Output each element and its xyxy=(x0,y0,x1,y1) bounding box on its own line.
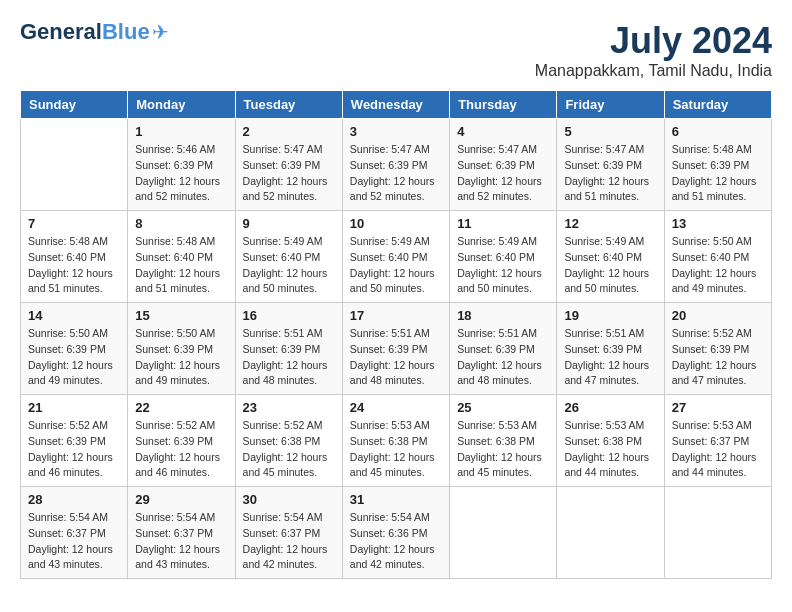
sunrise: Sunrise: 5:52 AM xyxy=(672,327,752,339)
header-wednesday: Wednesday xyxy=(342,91,449,119)
day-number: 16 xyxy=(243,308,335,323)
day-number: 7 xyxy=(28,216,120,231)
calendar-week-row: 1 Sunrise: 5:46 AM Sunset: 6:39 PM Dayli… xyxy=(21,119,772,211)
table-row: 19 Sunrise: 5:51 AM Sunset: 6:39 PM Dayl… xyxy=(557,303,664,395)
daylight: Daylight: 12 hours and 52 minutes. xyxy=(350,175,435,203)
sunset: Sunset: 6:39 PM xyxy=(135,159,213,171)
day-number: 15 xyxy=(135,308,227,323)
daylight: Daylight: 12 hours and 43 minutes. xyxy=(28,543,113,571)
daylight: Daylight: 12 hours and 51 minutes. xyxy=(28,267,113,295)
table-row: 9 Sunrise: 5:49 AM Sunset: 6:40 PM Dayli… xyxy=(235,211,342,303)
table-row: 28 Sunrise: 5:54 AM Sunset: 6:37 PM Dayl… xyxy=(21,487,128,579)
table-row: 4 Sunrise: 5:47 AM Sunset: 6:39 PM Dayli… xyxy=(450,119,557,211)
day-info: Sunrise: 5:54 AM Sunset: 6:37 PM Dayligh… xyxy=(28,510,120,573)
table-row xyxy=(664,487,771,579)
daylight: Daylight: 12 hours and 51 minutes. xyxy=(135,267,220,295)
sunset: Sunset: 6:39 PM xyxy=(350,343,428,355)
day-number: 31 xyxy=(350,492,442,507)
logo-bird-icon: ✈ xyxy=(152,20,169,44)
sunrise: Sunrise: 5:47 AM xyxy=(350,143,430,155)
page-header: GeneralBlue ✈ July 2024 Manappakkam, Tam… xyxy=(20,20,772,80)
daylight: Daylight: 12 hours and 44 minutes. xyxy=(564,451,649,479)
day-info: Sunrise: 5:53 AM Sunset: 6:38 PM Dayligh… xyxy=(457,418,549,481)
table-row: 12 Sunrise: 5:49 AM Sunset: 6:40 PM Dayl… xyxy=(557,211,664,303)
sunrise: Sunrise: 5:54 AM xyxy=(350,511,430,523)
sunset: Sunset: 6:39 PM xyxy=(457,159,535,171)
month-year: July 2024 xyxy=(535,20,772,62)
sunset: Sunset: 6:37 PM xyxy=(28,527,106,539)
daylight: Daylight: 12 hours and 45 minutes. xyxy=(457,451,542,479)
daylight: Daylight: 12 hours and 46 minutes. xyxy=(28,451,113,479)
sunrise: Sunrise: 5:51 AM xyxy=(457,327,537,339)
sunrise: Sunrise: 5:48 AM xyxy=(672,143,752,155)
table-row: 7 Sunrise: 5:48 AM Sunset: 6:40 PM Dayli… xyxy=(21,211,128,303)
day-number: 26 xyxy=(564,400,656,415)
calendar-week-row: 21 Sunrise: 5:52 AM Sunset: 6:39 PM Dayl… xyxy=(21,395,772,487)
sunrise: Sunrise: 5:52 AM xyxy=(28,419,108,431)
day-info: Sunrise: 5:50 AM Sunset: 6:40 PM Dayligh… xyxy=(672,234,764,297)
day-number: 4 xyxy=(457,124,549,139)
table-row: 5 Sunrise: 5:47 AM Sunset: 6:39 PM Dayli… xyxy=(557,119,664,211)
daylight: Daylight: 12 hours and 48 minutes. xyxy=(350,359,435,387)
sunrise: Sunrise: 5:51 AM xyxy=(564,327,644,339)
sunset: Sunset: 6:40 PM xyxy=(28,251,106,263)
day-number: 3 xyxy=(350,124,442,139)
sunrise: Sunrise: 5:50 AM xyxy=(28,327,108,339)
day-info: Sunrise: 5:53 AM Sunset: 6:37 PM Dayligh… xyxy=(672,418,764,481)
daylight: Daylight: 12 hours and 52 minutes. xyxy=(243,175,328,203)
table-row: 10 Sunrise: 5:49 AM Sunset: 6:40 PM Dayl… xyxy=(342,211,449,303)
sunset: Sunset: 6:38 PM xyxy=(457,435,535,447)
day-info: Sunrise: 5:54 AM Sunset: 6:37 PM Dayligh… xyxy=(243,510,335,573)
table-row: 23 Sunrise: 5:52 AM Sunset: 6:38 PM Dayl… xyxy=(235,395,342,487)
table-row: 21 Sunrise: 5:52 AM Sunset: 6:39 PM Dayl… xyxy=(21,395,128,487)
table-row: 13 Sunrise: 5:50 AM Sunset: 6:40 PM Dayl… xyxy=(664,211,771,303)
day-info: Sunrise: 5:51 AM Sunset: 6:39 PM Dayligh… xyxy=(564,326,656,389)
calendar-week-row: 7 Sunrise: 5:48 AM Sunset: 6:40 PM Dayli… xyxy=(21,211,772,303)
table-row: 6 Sunrise: 5:48 AM Sunset: 6:39 PM Dayli… xyxy=(664,119,771,211)
sunrise: Sunrise: 5:49 AM xyxy=(564,235,644,247)
daylight: Daylight: 12 hours and 50 minutes. xyxy=(564,267,649,295)
day-number: 20 xyxy=(672,308,764,323)
table-row: 2 Sunrise: 5:47 AM Sunset: 6:39 PM Dayli… xyxy=(235,119,342,211)
day-number: 18 xyxy=(457,308,549,323)
day-number: 21 xyxy=(28,400,120,415)
sunset: Sunset: 6:38 PM xyxy=(564,435,642,447)
day-number: 13 xyxy=(672,216,764,231)
sunrise: Sunrise: 5:50 AM xyxy=(672,235,752,247)
table-row: 31 Sunrise: 5:54 AM Sunset: 6:36 PM Dayl… xyxy=(342,487,449,579)
sunset: Sunset: 6:37 PM xyxy=(135,527,213,539)
sunrise: Sunrise: 5:51 AM xyxy=(243,327,323,339)
daylight: Daylight: 12 hours and 47 minutes. xyxy=(672,359,757,387)
day-info: Sunrise: 5:52 AM Sunset: 6:39 PM Dayligh… xyxy=(28,418,120,481)
daylight: Daylight: 12 hours and 49 minutes. xyxy=(672,267,757,295)
calendar-week-row: 28 Sunrise: 5:54 AM Sunset: 6:37 PM Dayl… xyxy=(21,487,772,579)
day-info: Sunrise: 5:46 AM Sunset: 6:39 PM Dayligh… xyxy=(135,142,227,205)
table-row xyxy=(450,487,557,579)
day-info: Sunrise: 5:54 AM Sunset: 6:36 PM Dayligh… xyxy=(350,510,442,573)
day-info: Sunrise: 5:51 AM Sunset: 6:39 PM Dayligh… xyxy=(457,326,549,389)
table-row: 29 Sunrise: 5:54 AM Sunset: 6:37 PM Dayl… xyxy=(128,487,235,579)
sunrise: Sunrise: 5:49 AM xyxy=(457,235,537,247)
sunset: Sunset: 6:39 PM xyxy=(243,343,321,355)
sunrise: Sunrise: 5:49 AM xyxy=(243,235,323,247)
sunrise: Sunrise: 5:47 AM xyxy=(457,143,537,155)
day-number: 29 xyxy=(135,492,227,507)
daylight: Daylight: 12 hours and 50 minutes. xyxy=(243,267,328,295)
table-row: 14 Sunrise: 5:50 AM Sunset: 6:39 PM Dayl… xyxy=(21,303,128,395)
daylight: Daylight: 12 hours and 50 minutes. xyxy=(350,267,435,295)
sunrise: Sunrise: 5:47 AM xyxy=(564,143,644,155)
day-info: Sunrise: 5:50 AM Sunset: 6:39 PM Dayligh… xyxy=(135,326,227,389)
table-row: 20 Sunrise: 5:52 AM Sunset: 6:39 PM Dayl… xyxy=(664,303,771,395)
sunrise: Sunrise: 5:48 AM xyxy=(28,235,108,247)
daylight: Daylight: 12 hours and 43 minutes. xyxy=(135,543,220,571)
sunset: Sunset: 6:36 PM xyxy=(350,527,428,539)
day-number: 14 xyxy=(28,308,120,323)
sunrise: Sunrise: 5:48 AM xyxy=(135,235,215,247)
day-info: Sunrise: 5:47 AM Sunset: 6:39 PM Dayligh… xyxy=(243,142,335,205)
sunset: Sunset: 6:40 PM xyxy=(457,251,535,263)
daylight: Daylight: 12 hours and 52 minutes. xyxy=(457,175,542,203)
sunrise: Sunrise: 5:50 AM xyxy=(135,327,215,339)
header-sunday: Sunday xyxy=(21,91,128,119)
logo-text: GeneralBlue xyxy=(20,21,150,43)
sunset: Sunset: 6:39 PM xyxy=(28,435,106,447)
